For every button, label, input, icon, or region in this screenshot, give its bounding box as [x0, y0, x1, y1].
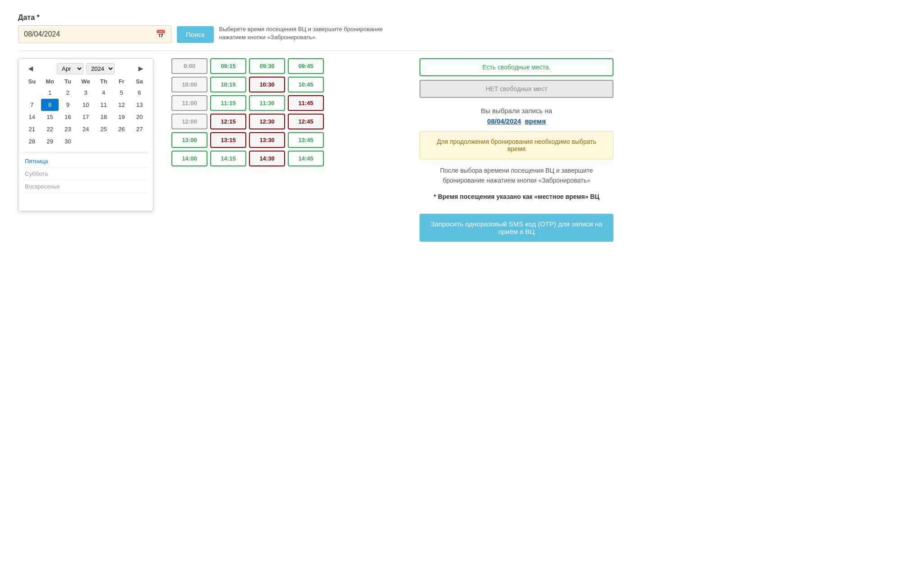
year-select[interactable]: 202320242025: [86, 63, 115, 74]
time-slot-13-30[interactable]: 13:30: [249, 132, 285, 148]
cal-cell-24[interactable]: 24: [77, 123, 95, 135]
day-header-we: We: [77, 78, 95, 85]
cal-cell-30[interactable]: 30: [59, 135, 77, 147]
time-slot-13-00[interactable]: 13:00: [171, 132, 207, 148]
cal-cell-10[interactable]: 10: [77, 99, 95, 111]
weekday-saturday[interactable]: Суббота: [23, 168, 148, 180]
selection-label: Вы выбрали запись на: [420, 107, 613, 115]
time-slot-11-45[interactable]: 11:45: [288, 95, 324, 111]
time-slot-9-30[interactable]: 09:30: [249, 58, 285, 74]
cal-cell-empty4: [113, 135, 131, 147]
calendar-icon[interactable]: 📅: [156, 29, 166, 39]
time-slot-14-30[interactable]: 14:30: [249, 151, 285, 166]
weekday-list: Пятница Суббота Воскресенье: [23, 152, 148, 207]
cal-cell-26[interactable]: 26: [113, 123, 131, 135]
cal-cell-empty: [23, 87, 41, 99]
cal-cell-19[interactable]: 19: [113, 111, 131, 123]
calendar-next-button[interactable]: ►: [133, 63, 148, 74]
calendar-grid: 1 2 3 4 5 6 7 8 9 10 11 12 13 14 15: [23, 87, 148, 147]
time-slot-10-15[interactable]: 10:15: [210, 77, 246, 92]
day-header-su: Su: [23, 78, 41, 85]
time-slot-13-45[interactable]: 13:45: [288, 132, 324, 148]
time-slot-13-15[interactable]: 13:15: [210, 132, 246, 148]
time-slot-14-45[interactable]: 14:45: [288, 151, 324, 166]
cal-cell-3[interactable]: 3: [77, 87, 95, 99]
legend-free: Есть свободные места.: [420, 58, 613, 76]
cal-cell-empty2: [77, 135, 95, 147]
cal-cell-12[interactable]: 12: [113, 99, 131, 111]
calendar-day-headers: Su Mo Tu We Th Fr Sa: [23, 78, 148, 85]
day-header-mo: Mo: [41, 78, 59, 85]
time-slot-10-30[interactable]: 10:30: [249, 77, 285, 92]
cal-cell-17[interactable]: 17: [77, 111, 95, 123]
cal-cell-22[interactable]: 22: [41, 123, 59, 135]
cal-cell-2[interactable]: 2: [59, 87, 77, 99]
day-header-th: Th: [95, 78, 113, 85]
selection-date: 08/04/2024 время: [420, 117, 613, 125]
cal-cell-28[interactable]: 28: [23, 135, 41, 147]
month-select[interactable]: JanFebMar AprMayJun JulAugSep OctNovDec: [57, 63, 83, 74]
day-header-sa: Sa: [130, 78, 148, 85]
cal-cell-16[interactable]: 16: [59, 111, 77, 123]
time-slot-10-00[interactable]: 10:00: [171, 77, 207, 92]
calendar-prev-button[interactable]: ◄: [23, 63, 38, 74]
selection-date-value: 08/04/2024: [487, 117, 521, 125]
date-input-wrapper: 📅: [18, 25, 171, 43]
time-slot-14-15[interactable]: 14:15: [210, 151, 246, 166]
calendar-widget: ◄ JanFebMar AprMayJun JulAugSep OctNovDe…: [18, 58, 153, 211]
search-button[interactable]: Поиск: [177, 26, 214, 43]
time-slot-11-00[interactable]: 11:00: [171, 95, 207, 111]
cal-cell-21[interactable]: 21: [23, 123, 41, 135]
after-selection-text: После выбора времени посещения ВЦ и заве…: [420, 165, 613, 186]
cal-cell-empty3: [95, 135, 113, 147]
warning-box: Для продолжения бронирования необходимо …: [420, 131, 613, 159]
cal-cell-11[interactable]: 11: [95, 99, 113, 111]
cal-cell-empty5: [130, 135, 148, 147]
cal-cell-29[interactable]: 29: [41, 135, 59, 147]
cal-cell-14[interactable]: 14: [23, 111, 41, 123]
date-input[interactable]: [24, 30, 156, 38]
time-slot-12-30[interactable]: 12:30: [249, 114, 285, 129]
time-slot-9-15[interactable]: 09:15: [210, 58, 246, 74]
selection-info: Вы выбрали запись на 08/04/2024 время Дл…: [420, 107, 613, 186]
cal-cell-8[interactable]: 8: [41, 99, 59, 111]
legend-box: Есть свободные места. НЕТ свободных мест: [420, 58, 613, 98]
cal-cell-15[interactable]: 15: [41, 111, 59, 123]
sms-button[interactable]: Запросить одноразовый SMS код (OTP) для …: [420, 214, 613, 242]
cal-cell-27[interactable]: 27: [130, 123, 148, 135]
time-slot-12-00[interactable]: 12:00: [171, 114, 207, 129]
time-slot-11-15[interactable]: 11:15: [210, 95, 246, 111]
cal-cell-18[interactable]: 18: [95, 111, 113, 123]
time-slot-12-45[interactable]: 12:45: [288, 114, 324, 129]
cal-cell-7[interactable]: 7: [23, 99, 41, 111]
timeslots-section: 9:00 09:15 09:30 09:45 10:00 10:15 10:30…: [162, 58, 406, 242]
day-header-tu: Tu: [59, 78, 77, 85]
cal-cell-6[interactable]: 6: [130, 87, 148, 99]
time-note: * Время посещения указано как «местное в…: [420, 193, 613, 200]
cal-cell-5[interactable]: 5: [113, 87, 131, 99]
cal-cell-13[interactable]: 13: [130, 99, 148, 111]
time-slot-11-30[interactable]: 11:30: [249, 95, 285, 111]
cal-cell-1[interactable]: 1: [41, 87, 59, 99]
weekday-friday[interactable]: Пятница: [23, 155, 148, 168]
weekday-sunday[interactable]: Воскресенье: [23, 180, 148, 193]
right-panel: Есть свободные места. НЕТ свободных мест…: [406, 58, 613, 242]
cal-cell-23[interactable]: 23: [59, 123, 77, 135]
time-slot-10-45[interactable]: 10:45: [288, 77, 324, 92]
legend-no-free: НЕТ свободных мест: [420, 80, 613, 98]
time-slot-9-45[interactable]: 09:45: [288, 58, 324, 74]
cal-cell-4[interactable]: 4: [95, 87, 113, 99]
calendar-nav: ◄ JanFebMar AprMayJun JulAugSep OctNovDe…: [23, 63, 148, 74]
time-slot-9-00[interactable]: 9:00: [171, 58, 207, 74]
date-field-label: Дата *: [18, 14, 613, 22]
cal-cell-25[interactable]: 25: [95, 123, 113, 135]
selection-time-label: время: [525, 117, 546, 125]
cal-cell-20[interactable]: 20: [130, 111, 148, 123]
cal-cell-9[interactable]: 9: [59, 99, 77, 111]
time-slot-12-15[interactable]: 12:15: [210, 114, 246, 129]
search-hint-text: Выберете время посещения ВЦ и завершите …: [219, 25, 400, 41]
day-header-fr: Fr: [113, 78, 131, 85]
time-slot-14-00[interactable]: 14:00: [171, 151, 207, 166]
